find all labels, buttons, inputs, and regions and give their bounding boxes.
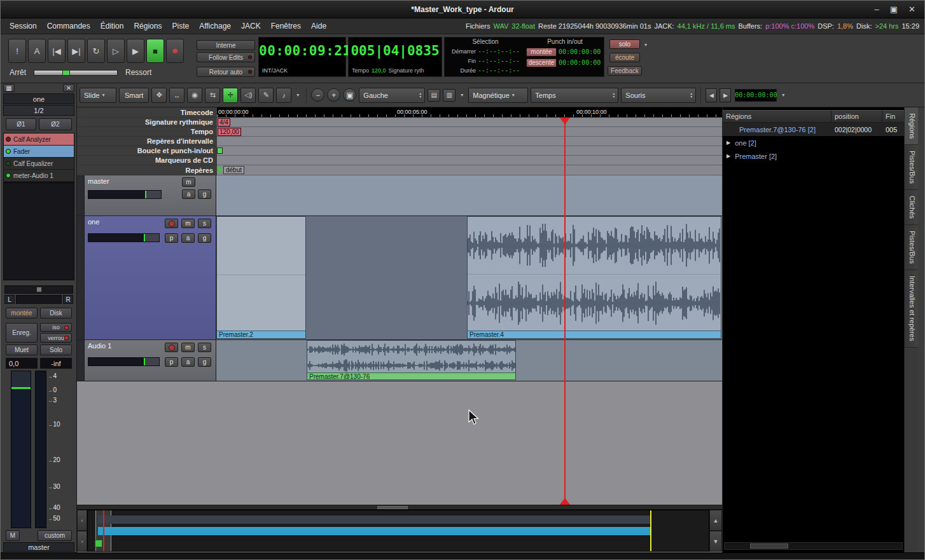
region-name-bar[interactable]: Premaster.4 (468, 331, 721, 338)
edit-point-dropdown[interactable]: Souris▴▾ (621, 88, 696, 103)
tool-stretch[interactable]: ⇆ (205, 88, 220, 103)
tab-snapshots[interactable]: Clichés (905, 190, 918, 225)
track-gutter[interactable] (77, 175, 85, 215)
master-mute-button[interactable]: m (182, 177, 195, 187)
title-bar[interactable]: *Master_Work_type - Ardour – ▣ ✕ (1, 1, 924, 18)
scrollbar-thumb[interactable] (377, 506, 408, 509)
shrink-tracks-button[interactable]: ▤ (428, 89, 440, 102)
monitor-input-button[interactable]: montée (6, 308, 38, 318)
summary-scroll-down-button[interactable]: ▼ (709, 531, 722, 552)
close-icon[interactable]: ✕ (908, 4, 915, 14)
marker-ruler[interactable]: début (217, 165, 722, 175)
pan-handle[interactable] (36, 287, 42, 292)
nudge-back-button[interactable]: ◀ (706, 88, 717, 102)
tempo-ruler[interactable]: 120,00 (217, 127, 722, 137)
tool-draw[interactable]: ✎ (258, 88, 274, 103)
expand-tracks-button[interactable]: ▥ (443, 89, 456, 102)
error-log-button[interactable]: ! (8, 39, 26, 63)
tool-grab[interactable]: ✥ (151, 88, 167, 103)
zoom-out-button[interactable]: − (311, 88, 324, 102)
strip-io-button[interactable]: 1/2 (3, 105, 74, 116)
region-premaster-7[interactable]: Premaster.7@130-76 (307, 340, 516, 380)
tools-chevron[interactable]: ▾ (294, 89, 302, 102)
metronome-button[interactable]: A (28, 39, 46, 63)
playhead[interactable] (564, 118, 566, 505)
tool-note[interactable]: ♪ (276, 88, 291, 103)
menu-jack[interactable]: JACK (236, 20, 266, 32)
region-list-row[interactable]: ▶Premaster [2] (723, 149, 904, 163)
record-button[interactable]: ● (166, 39, 184, 63)
punch-in-button[interactable]: montée (526, 48, 557, 57)
audio1-record-button[interactable] (165, 343, 178, 352)
ruler-label-tempo[interactable]: Tempo (77, 127, 217, 137)
strip-track-name-button[interactable]: one (3, 93, 74, 104)
tab-ranges-marks[interactable]: Intervalles et repères (905, 270, 918, 348)
meter-marker[interactable]: 4/4 (218, 118, 230, 126)
range-ruler[interactable] (217, 137, 722, 146)
cd-marker-ruler[interactable] (217, 156, 722, 165)
shuttle-mode-label[interactable]: Ressort (125, 68, 151, 77)
tree-expand-icon[interactable]: ▶ (727, 153, 730, 159)
summary-scroll-left-button[interactable]: ‹ (77, 510, 87, 531)
region-list-row[interactable]: Premaster.7@130-76 [2] 002|02|0000 005 (723, 123, 904, 136)
mute-button[interactable]: Muet (6, 345, 38, 355)
tool-zoom[interactable]: ◉ (187, 88, 202, 103)
menu-session[interactable]: Session (4, 20, 42, 32)
regions-scrollbar[interactable] (724, 542, 903, 550)
menu-commandes[interactable]: Commandes (42, 20, 95, 32)
track-name[interactable]: Audio 1 (88, 342, 111, 350)
play-button[interactable]: ▶ (127, 39, 144, 63)
scrollbar-thumb[interactable] (750, 543, 788, 549)
solo-isolate-button[interactable]: iso (40, 323, 72, 332)
ruler-label-loop-punch[interactable]: Boucle et punch-in/out (77, 146, 217, 156)
start-marker[interactable]: début (218, 165, 244, 174)
processor-led[interactable] (6, 173, 11, 178)
record-enable-button[interactable]: Enreg. (6, 323, 38, 343)
zoom-in-button[interactable]: + (327, 88, 340, 102)
shuttle-handle[interactable] (62, 70, 70, 76)
region-list-row[interactable]: ▶one [2] (723, 136, 904, 149)
regions-column-end[interactable]: Fin (882, 111, 904, 122)
audio1-group-button[interactable]: g (198, 357, 211, 367)
goto-end-button[interactable]: ▶| (67, 39, 85, 63)
ruler-label-meter[interactable]: Signature rythmique (77, 118, 217, 127)
audio1-playlist-button[interactable]: p (165, 357, 178, 367)
one-automation-button[interactable]: a (181, 233, 195, 243)
track-gutter[interactable] (77, 216, 85, 339)
timecode-ruler[interactable]: 00:00:00:00 00:00:05:00 00:00:10:00 (217, 107, 722, 118)
menu-regions[interactable]: Régions (129, 20, 167, 32)
metering-point-button[interactable]: M (6, 530, 20, 541)
punch-out-clock[interactable]: 00:00:00:00 (559, 59, 601, 66)
summary-canvas[interactable] (87, 510, 709, 552)
processor-fader[interactable]: Fader (4, 146, 74, 158)
regions-column-name[interactable]: Régions (723, 111, 831, 122)
punch-out-button[interactable]: descente (526, 58, 557, 67)
meter-ruler[interactable]: 4/4 (217, 118, 722, 127)
gain-fader[interactable] (11, 371, 31, 528)
track-one-header[interactable]: one m s p a g (85, 216, 216, 339)
bbt-display[interactable]: 005|04|0835 (349, 43, 442, 58)
empty-canvas-area[interactable] (77, 381, 722, 505)
summary-scroll-up-button[interactable]: ▲ (709, 510, 722, 531)
ruler-label-ranges[interactable]: Repères d'intervalle (77, 137, 217, 146)
region-name-bar[interactable]: Premaster.7@130-76 (307, 372, 515, 379)
tool-range[interactable]: ↔ (169, 88, 184, 103)
track-height-chevron[interactable]: ▾ (458, 89, 466, 102)
loop-marker[interactable] (217, 147, 223, 154)
master-gain-fader[interactable] (88, 190, 162, 199)
selection-start-clock[interactable]: --:--:--:-- (478, 48, 520, 55)
master-group-button[interactable]: g (198, 189, 211, 199)
zoom-focus-dropdown[interactable]: Gauche▴▾ (359, 88, 425, 103)
menu-aide[interactable]: Aide (306, 20, 331, 32)
regions-column-position[interactable]: position (831, 111, 882, 122)
ruler-label-markers[interactable]: Repères (77, 165, 217, 175)
solo-lock-button[interactable]: verrou (40, 333, 72, 343)
processor-meter[interactable]: meter-Audio 1 (4, 170, 74, 182)
loop-button[interactable]: ↻ (87, 39, 105, 63)
strip-menu-icon[interactable]: ▦ (3, 84, 15, 92)
processor-box-empty[interactable] (3, 182, 74, 280)
minimize-icon[interactable]: – (875, 4, 879, 14)
one-gain-fader[interactable] (88, 233, 160, 242)
solo-button[interactable]: Solo (40, 345, 72, 355)
region-name-bar[interactable]: Premaster.2 (217, 331, 305, 338)
